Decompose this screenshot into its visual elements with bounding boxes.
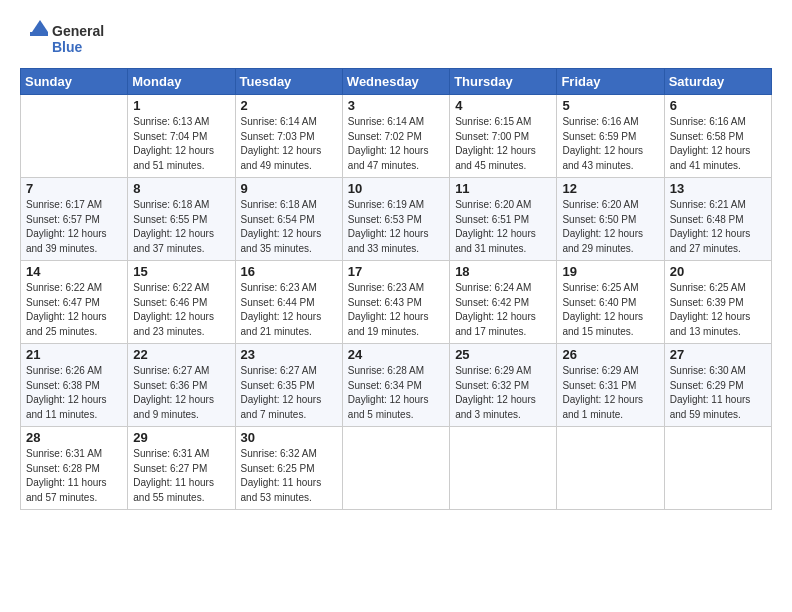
day-info: Sunrise: 6:18 AM Sunset: 6:55 PM Dayligh…	[133, 198, 229, 256]
calendar-cell: 23Sunrise: 6:27 AM Sunset: 6:35 PM Dayli…	[235, 344, 342, 427]
day-number: 28	[26, 430, 122, 445]
day-info: Sunrise: 6:13 AM Sunset: 7:04 PM Dayligh…	[133, 115, 229, 173]
calendar-cell: 8Sunrise: 6:18 AM Sunset: 6:55 PM Daylig…	[128, 178, 235, 261]
svg-text:Blue: Blue	[52, 39, 83, 55]
day-number: 21	[26, 347, 122, 362]
week-row-1: 1Sunrise: 6:13 AM Sunset: 7:04 PM Daylig…	[21, 95, 772, 178]
calendar-cell	[664, 427, 771, 510]
day-number: 1	[133, 98, 229, 113]
day-info: Sunrise: 6:22 AM Sunset: 6:47 PM Dayligh…	[26, 281, 122, 339]
calendar-cell: 5Sunrise: 6:16 AM Sunset: 6:59 PM Daylig…	[557, 95, 664, 178]
calendar-cell	[557, 427, 664, 510]
calendar-cell	[21, 95, 128, 178]
calendar-cell	[450, 427, 557, 510]
calendar-cell: 29Sunrise: 6:31 AM Sunset: 6:27 PM Dayli…	[128, 427, 235, 510]
calendar-cell: 2Sunrise: 6:14 AM Sunset: 7:03 PM Daylig…	[235, 95, 342, 178]
day-number: 20	[670, 264, 766, 279]
day-info: Sunrise: 6:14 AM Sunset: 7:03 PM Dayligh…	[241, 115, 337, 173]
calendar-cell: 17Sunrise: 6:23 AM Sunset: 6:43 PM Dayli…	[342, 261, 449, 344]
day-info: Sunrise: 6:31 AM Sunset: 6:28 PM Dayligh…	[26, 447, 122, 505]
day-info: Sunrise: 6:19 AM Sunset: 6:53 PM Dayligh…	[348, 198, 444, 256]
calendar-cell: 7Sunrise: 6:17 AM Sunset: 6:57 PM Daylig…	[21, 178, 128, 261]
day-info: Sunrise: 6:23 AM Sunset: 6:44 PM Dayligh…	[241, 281, 337, 339]
week-row-4: 21Sunrise: 6:26 AM Sunset: 6:38 PM Dayli…	[21, 344, 772, 427]
svg-marker-2	[32, 20, 48, 32]
calendar-cell: 1Sunrise: 6:13 AM Sunset: 7:04 PM Daylig…	[128, 95, 235, 178]
svg-rect-3	[30, 32, 48, 36]
calendar-cell: 26Sunrise: 6:29 AM Sunset: 6:31 PM Dayli…	[557, 344, 664, 427]
day-number: 8	[133, 181, 229, 196]
col-header-sunday: Sunday	[21, 69, 128, 95]
day-number: 5	[562, 98, 658, 113]
calendar-cell: 4Sunrise: 6:15 AM Sunset: 7:00 PM Daylig…	[450, 95, 557, 178]
day-number: 29	[133, 430, 229, 445]
day-info: Sunrise: 6:20 AM Sunset: 6:50 PM Dayligh…	[562, 198, 658, 256]
calendar-cell: 27Sunrise: 6:30 AM Sunset: 6:29 PM Dayli…	[664, 344, 771, 427]
day-info: Sunrise: 6:27 AM Sunset: 6:36 PM Dayligh…	[133, 364, 229, 422]
col-header-wednesday: Wednesday	[342, 69, 449, 95]
day-number: 25	[455, 347, 551, 362]
day-info: Sunrise: 6:25 AM Sunset: 6:39 PM Dayligh…	[670, 281, 766, 339]
day-number: 3	[348, 98, 444, 113]
day-info: Sunrise: 6:16 AM Sunset: 6:59 PM Dayligh…	[562, 115, 658, 173]
svg-text:General: General	[52, 23, 104, 39]
day-info: Sunrise: 6:27 AM Sunset: 6:35 PM Dayligh…	[241, 364, 337, 422]
calendar-cell: 3Sunrise: 6:14 AM Sunset: 7:02 PM Daylig…	[342, 95, 449, 178]
col-header-tuesday: Tuesday	[235, 69, 342, 95]
col-header-saturday: Saturday	[664, 69, 771, 95]
calendar-cell: 24Sunrise: 6:28 AM Sunset: 6:34 PM Dayli…	[342, 344, 449, 427]
day-info: Sunrise: 6:22 AM Sunset: 6:46 PM Dayligh…	[133, 281, 229, 339]
col-header-monday: Monday	[128, 69, 235, 95]
day-info: Sunrise: 6:29 AM Sunset: 6:31 PM Dayligh…	[562, 364, 658, 422]
day-info: Sunrise: 6:24 AM Sunset: 6:42 PM Dayligh…	[455, 281, 551, 339]
day-number: 26	[562, 347, 658, 362]
day-number: 22	[133, 347, 229, 362]
week-row-2: 7Sunrise: 6:17 AM Sunset: 6:57 PM Daylig…	[21, 178, 772, 261]
day-info: Sunrise: 6:14 AM Sunset: 7:02 PM Dayligh…	[348, 115, 444, 173]
day-info: Sunrise: 6:17 AM Sunset: 6:57 PM Dayligh…	[26, 198, 122, 256]
day-info: Sunrise: 6:21 AM Sunset: 6:48 PM Dayligh…	[670, 198, 766, 256]
day-info: Sunrise: 6:28 AM Sunset: 6:34 PM Dayligh…	[348, 364, 444, 422]
day-number: 9	[241, 181, 337, 196]
day-number: 2	[241, 98, 337, 113]
day-info: Sunrise: 6:30 AM Sunset: 6:29 PM Dayligh…	[670, 364, 766, 422]
day-number: 30	[241, 430, 337, 445]
day-number: 10	[348, 181, 444, 196]
calendar-cell: 15Sunrise: 6:22 AM Sunset: 6:46 PM Dayli…	[128, 261, 235, 344]
calendar-table: SundayMondayTuesdayWednesdayThursdayFrid…	[20, 68, 772, 510]
calendar-cell: 30Sunrise: 6:32 AM Sunset: 6:25 PM Dayli…	[235, 427, 342, 510]
day-number: 17	[348, 264, 444, 279]
day-number: 11	[455, 181, 551, 196]
day-info: Sunrise: 6:16 AM Sunset: 6:58 PM Dayligh…	[670, 115, 766, 173]
calendar-cell: 12Sunrise: 6:20 AM Sunset: 6:50 PM Dayli…	[557, 178, 664, 261]
calendar-cell: 21Sunrise: 6:26 AM Sunset: 6:38 PM Dayli…	[21, 344, 128, 427]
calendar-header-row: SundayMondayTuesdayWednesdayThursdayFrid…	[21, 69, 772, 95]
day-info: Sunrise: 6:15 AM Sunset: 7:00 PM Dayligh…	[455, 115, 551, 173]
calendar-cell: 25Sunrise: 6:29 AM Sunset: 6:32 PM Dayli…	[450, 344, 557, 427]
day-info: Sunrise: 6:18 AM Sunset: 6:54 PM Dayligh…	[241, 198, 337, 256]
day-info: Sunrise: 6:23 AM Sunset: 6:43 PM Dayligh…	[348, 281, 444, 339]
day-number: 7	[26, 181, 122, 196]
day-number: 18	[455, 264, 551, 279]
col-header-friday: Friday	[557, 69, 664, 95]
day-number: 27	[670, 347, 766, 362]
logo-svg: General Blue	[20, 18, 110, 58]
day-number: 23	[241, 347, 337, 362]
day-info: Sunrise: 6:29 AM Sunset: 6:32 PM Dayligh…	[455, 364, 551, 422]
logo: General Blue	[20, 18, 110, 58]
calendar-cell: 13Sunrise: 6:21 AM Sunset: 6:48 PM Dayli…	[664, 178, 771, 261]
week-row-5: 28Sunrise: 6:31 AM Sunset: 6:28 PM Dayli…	[21, 427, 772, 510]
day-number: 15	[133, 264, 229, 279]
day-info: Sunrise: 6:26 AM Sunset: 6:38 PM Dayligh…	[26, 364, 122, 422]
day-number: 13	[670, 181, 766, 196]
calendar-cell: 9Sunrise: 6:18 AM Sunset: 6:54 PM Daylig…	[235, 178, 342, 261]
day-number: 6	[670, 98, 766, 113]
calendar-cell: 20Sunrise: 6:25 AM Sunset: 6:39 PM Dayli…	[664, 261, 771, 344]
day-info: Sunrise: 6:20 AM Sunset: 6:51 PM Dayligh…	[455, 198, 551, 256]
calendar-cell: 22Sunrise: 6:27 AM Sunset: 6:36 PM Dayli…	[128, 344, 235, 427]
page: General Blue SundayMondayTuesdayWednesda…	[0, 0, 792, 612]
day-number: 19	[562, 264, 658, 279]
day-number: 12	[562, 181, 658, 196]
day-info: Sunrise: 6:32 AM Sunset: 6:25 PM Dayligh…	[241, 447, 337, 505]
week-row-3: 14Sunrise: 6:22 AM Sunset: 6:47 PM Dayli…	[21, 261, 772, 344]
